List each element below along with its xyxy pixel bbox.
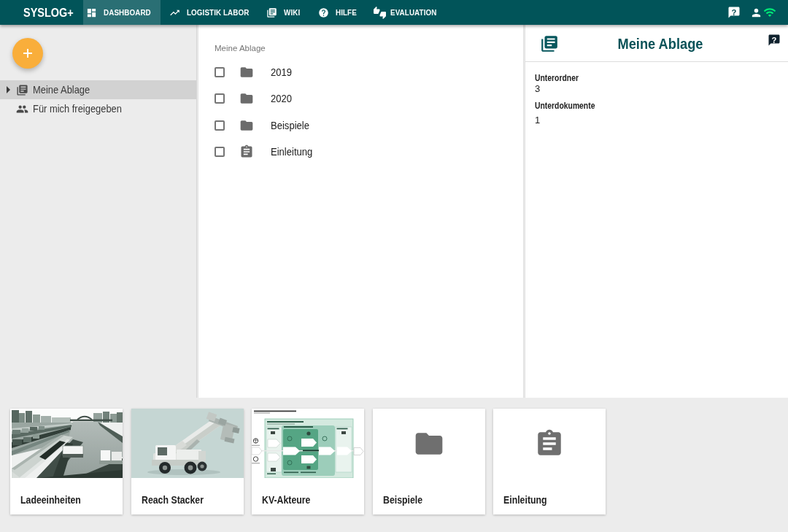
svg-text:?: ? xyxy=(732,8,737,17)
svg-text:?: ? xyxy=(772,36,777,45)
